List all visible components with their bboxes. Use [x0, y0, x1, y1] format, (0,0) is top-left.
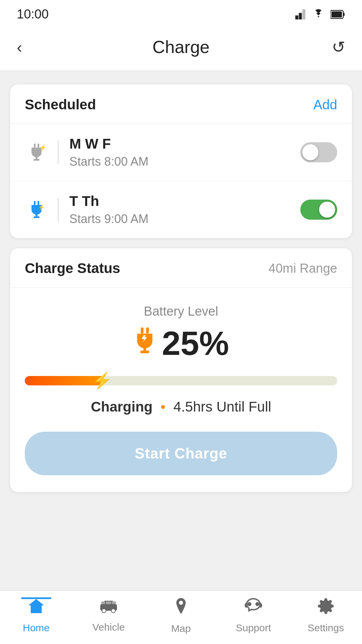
plug-icon-tth: ⚡	[25, 200, 48, 219]
charge-status-title: Charge Status	[25, 260, 120, 276]
svg-marker-0	[295, 15, 298, 19]
schedule-days-mwf: M W F	[69, 136, 300, 152]
toggle-thumb-mwf	[302, 144, 318, 160]
wifi-icon	[312, 8, 325, 20]
charge-range: 40mi Range	[268, 261, 337, 276]
svg-point-30	[255, 602, 259, 606]
status-icons	[294, 8, 345, 20]
schedule-info-mwf: M W F Starts 8:00 AM	[69, 136, 300, 169]
schedule-toggle-mwf[interactable]	[300, 142, 337, 162]
battery-percentage-row: 25%	[133, 324, 229, 363]
status-time: 10:00	[17, 7, 49, 21]
svg-rect-5	[331, 11, 342, 17]
home-active-bar	[21, 597, 51, 599]
bottom-nav: Home Vehicle Map	[0, 590, 362, 644]
charging-status-text: Charging • 4.5hrs Until Full	[91, 399, 271, 415]
svg-rect-19	[140, 351, 149, 353]
charge-status-body: Battery Level 25% ⚡	[10, 287, 352, 492]
start-charge-button[interactable]: Start Charge	[25, 432, 337, 475]
svg-rect-4	[343, 13, 345, 16]
progress-bar: ⚡	[25, 376, 337, 385]
vehicle-label: Vehicle	[93, 622, 125, 633]
schedule-days-tth: T Th	[69, 193, 300, 209]
schedule-time-tth: Starts 9:00 AM	[69, 212, 300, 226]
status-bar: 10:00	[0, 0, 362, 27]
nav-item-map[interactable]: Map	[145, 597, 217, 634]
battery-level-label: Battery Level	[144, 304, 218, 319]
map-label: Map	[171, 623, 191, 634]
nav-item-support[interactable]: Support	[217, 597, 290, 634]
svg-point-23	[102, 609, 106, 613]
svg-rect-9	[34, 159, 40, 161]
svg-rect-14	[34, 216, 40, 218]
scheduled-title: Scheduled	[25, 97, 96, 113]
svg-marker-1	[299, 13, 302, 19]
svg-point-24	[111, 609, 115, 613]
svg-text:⚡: ⚡	[39, 144, 45, 151]
svg-rect-16	[141, 327, 143, 334]
charging-label: Charging	[91, 399, 153, 415]
svg-rect-13	[36, 213, 38, 216]
home-icon	[27, 597, 46, 619]
nav-item-vehicle[interactable]: Vehicle	[72, 598, 145, 633]
home-label: Home	[23, 622, 50, 634]
svg-rect-6	[34, 144, 36, 148]
battery-percentage: 25%	[162, 324, 229, 363]
progress-lightning-icon: ⚡	[92, 371, 112, 390]
nav-item-settings[interactable]: Settings	[290, 597, 362, 634]
nav-item-home[interactable]: Home	[0, 597, 72, 634]
schedule-divider-tth	[58, 198, 59, 221]
svg-rect-25	[106, 601, 111, 604]
header: ‹ Charge ↺	[0, 27, 362, 71]
schedule-time-mwf: Starts 8:00 AM	[69, 155, 300, 169]
charge-status-card: Charge Status 40mi Range Battery Level 2…	[10, 248, 352, 492]
charging-plug-icon	[133, 327, 157, 360]
svg-rect-18	[143, 346, 146, 351]
svg-rect-26	[101, 601, 105, 604]
signal-icon	[294, 8, 306, 20]
progress-bar-fill: ⚡	[25, 376, 103, 385]
scheduled-card: Scheduled Add ⚡ M W F Starts 8:00 AM	[10, 85, 352, 238]
svg-rect-21	[34, 608, 39, 613]
battery-status-icon	[330, 10, 345, 19]
svg-rect-17	[146, 327, 149, 334]
charging-dot: •	[161, 399, 166, 415]
bottom-spacer	[0, 505, 362, 559]
schedule-divider-mwf	[58, 141, 59, 164]
scheduled-card-header: Scheduled Add	[10, 85, 352, 124]
support-label: Support	[236, 622, 271, 634]
schedule-item-mwf: ⚡ M W F Starts 8:00 AM	[10, 124, 352, 181]
toggle-thumb-tth	[319, 202, 335, 218]
svg-point-28	[179, 601, 183, 605]
add-schedule-button[interactable]: Add	[313, 97, 337, 112]
main-content: Scheduled Add ⚡ M W F Starts 8:00 AM	[0, 71, 362, 505]
page-title: Charge	[153, 37, 210, 57]
back-button[interactable]: ‹	[17, 38, 37, 56]
charge-status-header: Charge Status 40mi Range	[10, 248, 352, 287]
schedule-item-tth: ⚡ T Th Starts 9:00 AM	[10, 181, 352, 238]
until-full-text: 4.5hrs Until Full	[173, 399, 271, 415]
plug-icon-mwf: ⚡	[25, 143, 48, 162]
schedule-info-tth: T Th Starts 9:00 AM	[69, 193, 300, 226]
map-icon	[173, 597, 189, 620]
svg-text:⚡: ⚡	[38, 204, 45, 210]
settings-label: Settings	[308, 622, 344, 634]
svg-rect-11	[34, 201, 36, 205]
vehicle-icon	[99, 598, 119, 618]
svg-rect-27	[112, 601, 116, 604]
support-icon	[244, 597, 263, 619]
settings-icon	[317, 597, 335, 619]
schedule-toggle-tth[interactable]	[300, 200, 337, 220]
refresh-button[interactable]: ↺	[325, 38, 345, 56]
svg-point-29	[247, 602, 251, 606]
svg-rect-8	[36, 156, 38, 159]
svg-marker-2	[302, 9, 305, 19]
